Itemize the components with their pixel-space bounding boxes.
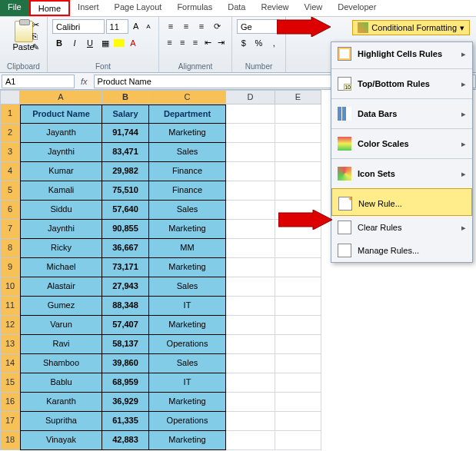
cell[interactable] [226,335,275,354]
row-header[interactable]: 7 [0,220,20,239]
cell[interactable] [275,181,321,201]
cell[interactable]: Siddu [20,201,102,220]
cell[interactable] [226,412,275,431]
orientation-icon[interactable]: ⟳ [210,19,224,33]
row-header[interactable]: 16 [0,393,20,412]
italic-button[interactable]: I [68,36,82,50]
align-center-icon[interactable]: ≡ [177,35,188,49]
row-header[interactable]: 3 [0,143,20,162]
number-format-combo[interactable]: Ge [237,19,279,34]
fx-icon[interactable]: fx [81,77,88,86]
cell[interactable]: 58,137 [102,335,149,354]
align-mid-icon[interactable]: ≡ [179,19,193,33]
currency-icon[interactable]: $ [237,36,251,50]
indent-dec-icon[interactable]: ⇤ [202,35,214,49]
cell[interactable]: Operations [149,412,226,431]
cell[interactable] [226,220,275,239]
cell[interactable]: Jayanth [20,124,102,143]
cell[interactable]: Vinayak [20,431,102,450]
align-right-icon[interactable]: ≡ [190,35,201,49]
tab-data[interactable]: Data [220,0,253,16]
font-color-button[interactable]: A [126,36,140,50]
cell[interactable]: 27,943 [102,277,149,297]
menu-clear-rules[interactable]: Clear Rules ▸ [331,216,472,239]
cell[interactable] [275,354,321,373]
cell[interactable]: Operations [149,335,226,354]
cut-icon[interactable]: ✂ [32,20,39,30]
cell[interactable]: Kumar [20,162,102,181]
comma-icon[interactable]: , [267,36,281,50]
cell[interactable]: Ravi [20,335,102,354]
cell[interactable] [226,393,275,412]
cell[interactable]: 42,883 [102,431,149,450]
cell[interactable] [275,412,321,431]
cell[interactable]: Marketing [149,431,226,450]
cell[interactable]: 91,744 [102,124,149,143]
cell[interactable] [226,239,275,258]
cell[interactable]: 57,407 [102,316,149,335]
cell[interactable]: Alastair [20,277,102,297]
name-box[interactable]: A1 [2,75,75,88]
cell[interactable] [226,162,275,181]
cell[interactable]: Sales [149,201,226,220]
cell[interactable] [226,431,275,450]
menu-icon-sets[interactable]: Icon Sets ▸ [331,158,472,185]
cell[interactable] [275,431,321,450]
col-header-a[interactable]: A [20,90,102,104]
menu-manage-rules[interactable]: Manage Rules... [331,239,472,262]
cell[interactable] [275,277,321,297]
cell[interactable]: Finance [149,162,226,181]
align-left-icon[interactable]: ≡ [164,35,175,49]
cell[interactable]: Shamboo [20,354,102,373]
cell[interactable] [275,124,321,143]
col-header-e[interactable]: E [275,90,321,104]
cell[interactable] [226,354,275,373]
cell[interactable]: MM [149,239,226,258]
tab-pagelayout[interactable]: Page Layout [107,0,170,16]
cell[interactable] [226,201,275,220]
cell[interactable]: Supritha [20,412,102,431]
cell[interactable] [275,316,321,335]
select-all-corner[interactable] [0,90,20,104]
row-header[interactable]: 1 [0,104,20,124]
cell[interactable] [226,373,275,393]
menu-data-bars[interactable]: Data Bars ▸ [331,98,472,125]
fill-color-button[interactable] [114,39,125,47]
cell[interactable]: Kamali [20,181,102,201]
cell[interactable]: 29,982 [102,162,149,181]
cell[interactable]: Bablu [20,373,102,393]
cell[interactable]: 39,860 [102,354,149,373]
underline-button[interactable]: U [83,36,97,50]
shrink-font-icon[interactable]: A [143,19,154,33]
cell[interactable]: 68,959 [102,373,149,393]
cell[interactable]: 36,667 [102,239,149,258]
cell[interactable]: Marketing [149,124,226,143]
row-header[interactable]: 18 [0,431,20,450]
cell[interactable]: IT [149,373,226,393]
row-header[interactable]: 17 [0,412,20,431]
align-top-icon[interactable]: ≡ [164,19,178,33]
font-size-combo[interactable]: 11 [106,19,129,34]
cell[interactable] [226,124,275,143]
cell[interactable]: Salary [102,104,149,124]
cell[interactable] [275,162,321,181]
tab-developer[interactable]: Developer [330,0,384,16]
align-bot-icon[interactable]: ≡ [195,19,208,33]
cell[interactable]: Jaynthi [20,143,102,162]
row-header[interactable]: 9 [0,258,20,277]
cell[interactable]: Marketing [149,316,226,335]
tab-review[interactable]: Review [253,0,296,16]
cell[interactable]: Sales [149,277,226,297]
cell[interactable]: Product Name [20,104,102,124]
cell[interactable]: 57,640 [102,201,149,220]
font-name-combo[interactable]: Calibri [52,19,105,34]
cell[interactable]: Varun [20,316,102,335]
copy-icon[interactable]: ⎘ [32,32,39,41]
cell[interactable] [226,143,275,162]
cell[interactable]: Marketing [149,393,226,412]
cell[interactable] [226,277,275,297]
cell[interactable]: Department [149,104,226,124]
cell[interactable]: Finance [149,181,226,201]
indent-inc-icon[interactable]: ⇥ [215,35,227,49]
cell[interactable]: Gumez [20,297,102,316]
